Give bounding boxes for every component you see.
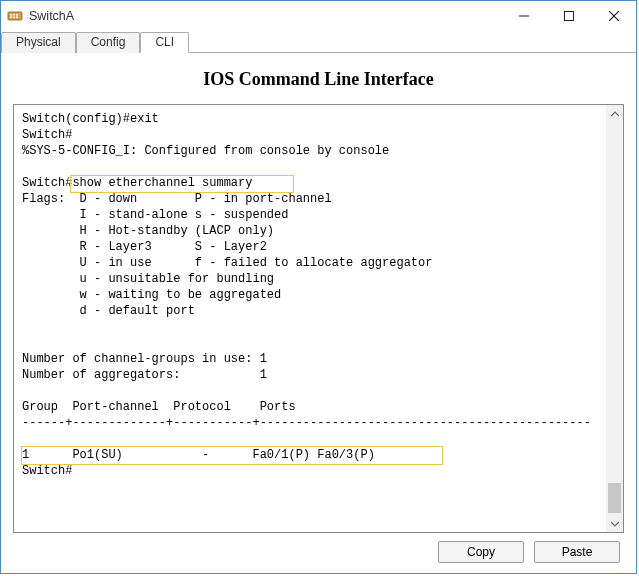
terminal-line: Number of channel-groups in use: 1 (22, 351, 615, 367)
terminal-line: w - waiting to be aggregated (22, 287, 615, 303)
content-area: IOS Command Line Interface Switch(config… (1, 53, 636, 573)
minimize-button[interactable] (501, 1, 546, 31)
button-row: Copy Paste (13, 533, 624, 565)
scroll-down-button[interactable] (606, 515, 623, 532)
chevron-down-icon (611, 520, 619, 528)
terminal-line: Number of aggregators: 1 (22, 367, 615, 383)
titlebar: SwitchA (1, 1, 636, 31)
terminal-line: H - Hot-standby (LACP only) (22, 223, 615, 239)
terminal-line: Switch# (22, 127, 615, 143)
terminal-container: Switch(config)#exitSwitch#%SYS-5-CONFIG_… (13, 104, 624, 533)
cli-terminal[interactable]: Switch(config)#exitSwitch#%SYS-5-CONFIG_… (13, 104, 624, 533)
paste-button[interactable]: Paste (534, 541, 620, 563)
window-controls (501, 1, 636, 31)
terminal-line: 1 Po1(SU) - Fa0/1(P) Fa0/3(P) (22, 447, 615, 463)
tab-cli[interactable]: CLI (140, 32, 189, 53)
terminal-line: ------+-------------+-----------+-------… (22, 415, 615, 431)
tab-config[interactable]: Config (76, 32, 141, 53)
svg-rect-1 (10, 14, 12, 16)
scroll-thumb[interactable] (608, 483, 621, 513)
cli-heading: IOS Command Line Interface (13, 69, 624, 90)
terminal-line: Switch# (22, 463, 615, 479)
chevron-up-icon (611, 110, 619, 118)
svg-rect-3 (16, 14, 18, 16)
terminal-line: u - unsuitable for bundling (22, 271, 615, 287)
terminal-line: Switch#show etherchannel summary (22, 175, 615, 191)
scroll-track[interactable] (606, 122, 623, 515)
svg-rect-4 (10, 17, 12, 19)
terminal-line: R - Layer3 S - Layer2 (22, 239, 615, 255)
svg-rect-2 (13, 14, 15, 16)
terminal-line (22, 319, 615, 335)
terminal-line (22, 383, 615, 399)
app-icon (7, 8, 23, 24)
scroll-up-button[interactable] (606, 105, 623, 122)
terminal-line (22, 335, 615, 351)
svg-rect-6 (16, 17, 18, 19)
terminal-line: Flags: D - down P - in port-channel (22, 191, 615, 207)
close-icon (609, 11, 619, 21)
minimize-icon (519, 11, 529, 21)
svg-rect-5 (13, 17, 15, 19)
app-window: SwitchA Physical Config CLI IOS Command … (0, 0, 637, 574)
tab-physical[interactable]: Physical (1, 32, 76, 53)
terminal-line: Group Port-channel Protocol Ports (22, 399, 615, 415)
maximize-button[interactable] (546, 1, 591, 31)
tab-bar: Physical Config CLI (1, 31, 636, 53)
terminal-line: U - in use f - failed to allocate aggreg… (22, 255, 615, 271)
svg-rect-0 (8, 12, 22, 20)
terminal-scrollbar[interactable] (606, 105, 623, 532)
terminal-line (22, 159, 615, 175)
terminal-line: Switch(config)#exit (22, 111, 615, 127)
terminal-line (22, 431, 615, 447)
svg-rect-8 (564, 12, 573, 21)
window-title: SwitchA (29, 9, 501, 23)
terminal-line: %SYS-5-CONFIG_I: Configured from console… (22, 143, 615, 159)
maximize-icon (564, 11, 574, 21)
copy-button[interactable]: Copy (438, 541, 524, 563)
terminal-line: d - default port (22, 303, 615, 319)
terminal-line: I - stand-alone s - suspended (22, 207, 615, 223)
close-button[interactable] (591, 1, 636, 31)
